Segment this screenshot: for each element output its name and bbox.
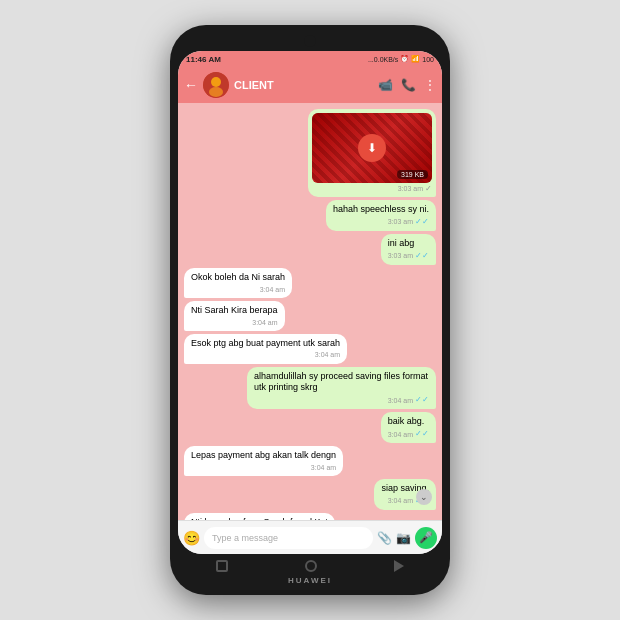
message-placeholder: Type a message	[212, 533, 278, 543]
message-time: 3:04 am	[252, 318, 277, 327]
download-icon: ⬇	[367, 141, 377, 155]
wifi-icon: 📶	[411, 55, 420, 63]
message-row: alhamdulillah sy proceed saving files fo…	[184, 367, 436, 410]
message-time: 3:04 am	[388, 496, 413, 505]
voice-call-icon[interactable]: 📞	[401, 78, 416, 92]
message-meta: 3:04 am ✓✓	[388, 429, 429, 439]
camera-notch	[304, 35, 316, 47]
more-options-icon[interactable]: ⋮	[424, 78, 436, 92]
message-row: Okok boleh da Ni sarah 3:04 am	[184, 268, 436, 298]
status-bar: 11:46 AM ...0.0KB/s ⏰ 📶 100	[178, 51, 442, 67]
message-time: 3:04 am	[388, 430, 413, 439]
message-bubble: alhamdulillah sy proceed saving files fo…	[247, 367, 436, 410]
nav-back-button[interactable]	[394, 560, 404, 572]
message-time: 3:04 am	[260, 285, 285, 294]
message-text: Nti Sarah Kira berapa	[191, 305, 278, 315]
message-row: siap saving. 3:04 am ✓✓	[184, 479, 436, 510]
message-bubble: hahah speechless sy ni. 3:03 am ✓✓	[326, 200, 436, 231]
contact-name: CLIENT	[234, 79, 373, 91]
message-time: 3:04 am	[315, 350, 340, 359]
nav-home-button[interactable]	[305, 560, 317, 572]
mic-button[interactable]: 🎤	[415, 527, 437, 549]
media-thumbnail[interactable]: ⬇ 319 KB	[312, 113, 432, 183]
svg-point-2	[209, 87, 223, 97]
message-meta: 3:03 am ✓✓	[388, 251, 429, 261]
contact-avatar[interactable]	[203, 72, 229, 98]
message-tick: ✓✓	[415, 429, 429, 439]
message-text: Okok boleh da Ni sarah	[191, 272, 285, 282]
message-tick: ✓✓	[415, 217, 429, 227]
camera-button[interactable]: 📷	[396, 531, 411, 545]
message-text: Lepas payment abg akan talk dengn	[191, 450, 336, 460]
nav-square-button[interactable]	[216, 560, 228, 572]
message-row: ini abg 3:03 am ✓✓	[184, 234, 436, 265]
phone-brand: HUAWEI	[178, 576, 442, 585]
attach-button[interactable]: 📎	[377, 531, 392, 545]
phone-notch-area	[178, 35, 442, 49]
phone-frame: 11:46 AM ...0.0KB/s ⏰ 📶 100 ← CLIENT	[170, 25, 450, 595]
message-text: alhamdulillah sy proceed saving files fo…	[254, 371, 428, 393]
status-icons: ...0.0KB/s ⏰ 📶 100	[368, 55, 434, 63]
phone-screen: 11:46 AM ...0.0KB/s ⏰ 📶 100 ← CLIENT	[178, 51, 442, 554]
message-bubble: Nti lepas konferm Sarah forwd Kat 3:04 a…	[184, 513, 335, 520]
chat-messages: ⬇ 319 KB 3:03 am ✓ hahah speechless sy n…	[178, 103, 442, 520]
message-time: 3:04 am	[311, 463, 336, 472]
message-row: hahah speechless sy ni. 3:03 am ✓✓	[184, 200, 436, 231]
message-bubble: Okok boleh da Ni sarah 3:04 am	[184, 268, 292, 298]
message-row: Lepas payment abg akan talk dengn 3:04 a…	[184, 446, 436, 476]
message-time: 3:03 am	[388, 251, 413, 260]
media-bubble: ⬇ 319 KB 3:03 am ✓	[308, 109, 436, 197]
message-meta: 3:04 am	[191, 350, 340, 359]
message-text: hahah speechless sy ni.	[333, 204, 429, 214]
scroll-down-indicator[interactable]: ⌄	[416, 489, 432, 505]
message-meta: 3:04 am ✓✓	[254, 395, 429, 405]
network-speed: ...0.0KB/s	[368, 56, 398, 63]
message-bubble: ini abg 3:03 am ✓✓	[381, 234, 436, 265]
message-row: ⬇ 319 KB 3:03 am ✓	[184, 109, 436, 197]
header-actions: 📹 📞 ⋮	[378, 78, 436, 92]
back-button[interactable]: ←	[184, 77, 198, 93]
message-meta: 3:03 am ✓✓	[333, 217, 429, 227]
message-bubble: Nti Sarah Kira berapa 3:04 am	[184, 301, 285, 331]
message-input[interactable]: Type a message	[204, 527, 373, 549]
message-tick: ✓	[425, 184, 432, 193]
download-button[interactable]: ⬇	[358, 134, 386, 162]
message-time: 3:04 am	[388, 396, 413, 405]
message-bubble: Esok ptg abg buat payment utk sarah 3:04…	[184, 334, 347, 364]
message-time: 3:03 am	[388, 217, 413, 226]
svg-point-1	[211, 77, 221, 87]
message-text: Nti lepas konferm Sarah forwd Kat	[191, 517, 328, 520]
message-time: 3:03 am	[398, 185, 423, 192]
message-bubble: baik abg. 3:04 am ✓✓	[381, 412, 436, 443]
status-time: 11:46 AM	[186, 55, 221, 64]
message-meta: 3:04 am	[191, 318, 278, 327]
media-size: 319 KB	[397, 170, 428, 179]
message-row: Nti Sarah Kira berapa 3:04 am	[184, 301, 436, 331]
video-call-icon[interactable]: 📹	[378, 78, 393, 92]
message-text: baik abg.	[388, 416, 425, 426]
chat-header: ← CLIENT 📹 📞 ⋮	[178, 67, 442, 103]
message-meta: 3:04 am	[191, 285, 285, 294]
mic-icon: 🎤	[419, 531, 433, 544]
message-text: Esok ptg abg buat payment utk sarah	[191, 338, 340, 348]
message-row: Esok ptg abg buat payment utk sarah 3:04…	[184, 334, 436, 364]
message-text: ini abg	[388, 238, 415, 248]
message-bubble: Lepas payment abg akan talk dengn 3:04 a…	[184, 446, 343, 476]
message-row: baik abg. 3:04 am ✓✓	[184, 412, 436, 443]
phone-nav-bar	[178, 554, 442, 574]
message-meta: 3:03 am ✓	[312, 184, 432, 193]
alarm-icon: ⏰	[400, 55, 409, 63]
message-tick: ✓✓	[415, 251, 429, 261]
message-meta: 3:04 am	[191, 463, 336, 472]
emoji-button[interactable]: 😊	[183, 530, 200, 546]
battery-icon: 100	[422, 56, 434, 63]
message-row: Nti lepas konferm Sarah forwd Kat 3:04 a…	[184, 513, 436, 520]
chat-input-bar: 😊 Type a message 📎 📷 🎤	[178, 520, 442, 554]
contact-info: CLIENT	[234, 79, 373, 91]
message-tick: ✓✓	[415, 395, 429, 405]
